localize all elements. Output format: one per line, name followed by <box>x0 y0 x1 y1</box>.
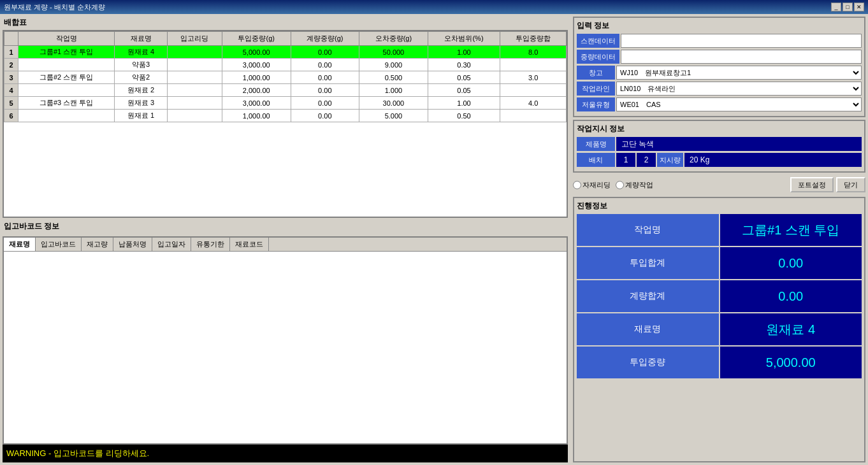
table-row-total: 3.0 <box>500 71 567 84</box>
table-row-material: 원재료 4 <box>115 46 168 59</box>
col-totalweight: 투입중량합 <box>500 32 567 46</box>
table-section-title: 배합표 <box>3 17 568 29</box>
radio-jajae-item[interactable]: 자재리딩 <box>573 180 611 190</box>
barcode-tab[interactable]: 재고량 <box>82 238 113 251</box>
barcode-tab[interactable]: 재료명 <box>4 238 36 251</box>
window-title: 원부재료 계량 - 배치별 순차계량 <box>4 3 105 12</box>
table-row-inputreading <box>168 59 222 71</box>
table-row-num: 4 <box>4 84 18 97</box>
table-row-inputweight: 5,000.00 <box>222 46 291 59</box>
table-row-errorrange: 0.50 <box>428 110 500 122</box>
scale-select[interactable]: WE01 CAS <box>616 97 862 111</box>
progress-row-label: 작업명 <box>577 214 719 246</box>
table-row-material: 원재료 3 <box>115 97 168 110</box>
progress-row-value: 원재료 4 <box>720 313 862 345</box>
main-table: 작업명 재료명 입고리딩 투입중량(g) 계량중량(g) 오차중량(g) 오차범… <box>4 31 567 122</box>
batch-label: 배치 <box>577 153 615 167</box>
table-row-measureweight: 0.00 <box>291 97 359 110</box>
table-row-measureweight: 0.00 <box>291 71 359 84</box>
barcode-section: 재료명입고바코드재고량납품처명입고일자유통기한재료코드 <box>3 236 568 445</box>
product-label: 제품명 <box>577 137 615 151</box>
table-row-job <box>18 84 115 97</box>
port-settings-button[interactable]: 포트설정 <box>790 177 834 192</box>
table-row-errorweight: 1.000 <box>359 84 428 97</box>
table-row-total <box>500 59 567 71</box>
batch-row: 배치 1 2 지시량 20 Kg <box>577 153 862 167</box>
table-row-num: 6 <box>4 110 18 122</box>
table-row-num: 2 <box>4 59 18 71</box>
warehouse-label: 창고 <box>577 66 615 80</box>
weight-input[interactable] <box>621 50 862 64</box>
progress-row-label: 재료명 <box>577 313 719 345</box>
work-instruction-section: 작업지시 정보 제품명 고단 녹색 배치 1 2 지시량 20 Kg <box>573 120 865 173</box>
scanner-label: 스캔데이터 <box>577 34 619 48</box>
progress-row-value: 5,000.00 <box>720 347 862 378</box>
table-row-inputweight: 3,000.00 <box>222 97 291 110</box>
status-message: WARNING - 입고바코드를 리딩하세요. <box>6 448 149 459</box>
barcode-tab[interactable]: 입고일자 <box>152 238 191 251</box>
progress-title: 진행정보 <box>577 201 862 211</box>
radio-measure[interactable] <box>616 181 624 189</box>
batch-value2: 2 <box>637 153 656 167</box>
table-row-job: 그룹#2 스캔 투입 <box>18 71 115 84</box>
barcode-tab[interactable]: 납품처명 <box>113 238 152 251</box>
table-row-inputreading <box>168 84 222 97</box>
barcode-tab[interactable]: 유통기한 <box>191 238 230 251</box>
progress-row-label: 투입합계 <box>577 247 719 279</box>
table-row-material: 원재료 2 <box>115 84 168 97</box>
table-row-inputweight: 3,000.00 <box>222 59 291 71</box>
barcode-tab[interactable]: 입고바코드 <box>36 238 82 251</box>
table-row-measureweight: 0.00 <box>291 84 359 97</box>
scale-label: 저울유형 <box>577 97 615 111</box>
table-row-num: 1 <box>4 46 18 59</box>
radio-measure-label: 계량작업 <box>625 180 653 190</box>
col-inputweight: 투입중량(g) <box>222 32 291 46</box>
table-row-material: 약품3 <box>115 59 168 71</box>
progress-row-label: 계량합계 <box>577 280 719 312</box>
col-errorrange: 오차범위(%) <box>428 32 500 46</box>
table-row-total <box>500 110 567 122</box>
close-button[interactable]: ✕ <box>854 3 864 11</box>
table-row-job <box>18 110 115 122</box>
close-button-right[interactable]: 닫기 <box>836 177 865 192</box>
scanner-row: 스캔데이터 <box>577 34 862 48</box>
table-wrapper[interactable]: 작업명 재료명 입고리딩 투입중량(g) 계량중량(g) 오차중량(g) 오차범… <box>4 31 567 197</box>
progress-row-value: 0.00 <box>720 247 862 279</box>
table-row-errorweight: 9.000 <box>359 59 428 71</box>
table-row-material: 원재료 1 <box>115 110 168 122</box>
table-row-inputreading <box>168 97 222 110</box>
table-row-inputweight: 1,000.00 <box>222 71 291 84</box>
col-measureweight: 계량중량(g) <box>291 32 359 46</box>
input-info-title: 입력 정보 <box>577 20 862 31</box>
barcode-tab[interactable]: 재료코드 <box>230 238 269 251</box>
scanner-input[interactable] <box>621 34 862 48</box>
table-row-total: 8.0 <box>500 46 567 59</box>
right-panel: 입력 정보 스캔데이터 중량데이터 창고 WJ10 원부재료창고1 작업라인 L… <box>570 14 868 465</box>
table-row-num: 3 <box>4 71 18 84</box>
workline-row: 작업라인 LN010 유색라인 <box>577 82 862 96</box>
table-row-inputweight: 1,000.00 <box>222 110 291 122</box>
table-row-job: 그룹#1 스캔 투입 <box>18 46 115 59</box>
barcode-content <box>4 252 567 441</box>
radio-measure-item[interactable]: 계량작업 <box>616 180 653 190</box>
status-bar: WARNING - 입고바코드를 리딩하세요. <box>3 445 568 462</box>
maximize-button[interactable]: □ <box>843 3 853 11</box>
warehouse-select[interactable]: WJ10 원부재료창고1 <box>616 66 862 80</box>
radio-group: 자재리딩 계량작업 <box>573 180 653 190</box>
table-row-errorweight: 0.500 <box>359 71 428 84</box>
scale-row: 저울유형 WE01 CAS <box>577 97 862 111</box>
warehouse-row: 창고 WJ10 원부재료창고1 <box>577 66 862 80</box>
minimize-button[interactable]: _ <box>831 3 841 11</box>
table-row-errorrange: 1.00 <box>428 97 500 110</box>
weight-row: 중량데이터 <box>577 50 862 64</box>
table-row-material: 약품2 <box>115 71 168 84</box>
col-jobname: 작업명 <box>18 32 115 46</box>
table-row-total <box>500 84 567 97</box>
radio-jajae[interactable] <box>573 181 581 189</box>
work-instruction-title: 작업지시 정보 <box>577 124 862 134</box>
table-row-errorweight: 50.000 <box>359 46 428 59</box>
title-bar: 원부재료 계량 - 배치별 순차계량 _ □ ✕ <box>0 0 868 14</box>
workline-select[interactable]: LN010 유색라인 <box>616 82 862 96</box>
progress-row-label: 투입중량 <box>577 347 719 378</box>
product-row: 제품명 고단 녹색 <box>577 137 862 151</box>
